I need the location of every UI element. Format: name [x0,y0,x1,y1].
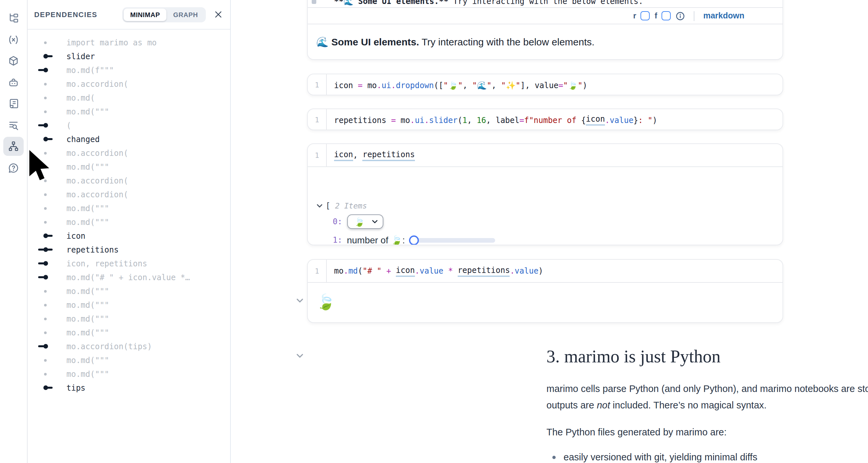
cell-md-heading[interactable]: 1 mo.md("# " + icon.value * repetitions.… [307,259,783,323]
mouse-cursor [25,149,59,185]
close-panel-button[interactable] [214,10,223,19]
tree-open-bracket: [ [326,200,331,211]
minimap-item-label: mo.accordion( [66,148,128,157]
minimap-item[interactable]: mo.md(""" [27,284,230,298]
sidebar-item-file-tree[interactable] [3,8,24,28]
format-toggle-label: f [655,11,657,21]
minimap-marker-def [39,132,53,146]
paragraph-1-italic: not [597,400,610,410]
minimap-item[interactable]: changed [27,132,230,146]
sidebar-item-ai-assistant[interactable] [3,73,24,92]
tab-minimap[interactable]: MINIMAP [124,8,167,21]
minimap-item-label: import marimo as mo [66,38,157,47]
sidebar-item-help[interactable] [3,158,24,178]
minimap-item-label: slider [66,52,95,61]
tab-graph[interactable]: GRAPH [167,8,205,21]
minimap-item-label: mo.md(""" [66,300,109,309]
minimap-item-label: mo.md(""" [66,204,109,213]
cell-collapse-chevron-icon[interactable] [296,297,304,305]
icon-dropdown-select[interactable]: 🍃 [347,214,383,229]
line-number: 1 [308,151,326,159]
code-editor-line[interactable]: mo.md("# " + icon.value * repetitions.va… [326,260,782,282]
activity-bar [0,0,28,463]
minimap-item[interactable]: mo.md(""" [27,104,230,118]
code-editor-line[interactable]: repetitions = mo.ui.slider(1, 16, label=… [326,109,782,130]
tree-items-count: 2 Items [335,201,367,210]
minimap-list: import marimo as moslidermo.md(f"""mo.ac… [27,30,230,395]
output-rest-text: Try interacting with the below elements. [419,36,595,47]
list-item: easily versioned with git, yielding mini… [552,449,757,463]
minimap-item[interactable]: slider [27,49,230,63]
minimap-item[interactable]: mo.md(f""" [27,63,230,77]
minimap-item-label: changed [66,134,100,144]
reactive-checkbox[interactable] [641,11,650,21]
package-icon [8,55,19,66]
section-collapse-chevron-icon[interactable] [296,352,304,360]
minimap-marker-use [39,339,53,353]
minimap-marker-dot [39,35,53,49]
minimap-marker-def [39,229,53,243]
minimap-item[interactable]: repetitions [27,243,230,256]
minimap-marker-use [39,63,53,77]
minimap-item[interactable]: mo.md(""" [27,201,230,215]
minimap-marker-dot [39,326,53,339]
minimap-item[interactable]: mo.md(""" [27,367,230,381]
minimap-marker-dot [39,187,53,201]
sidebar-item-scratchpad[interactable] [3,116,24,135]
repetitions-slider[interactable] [409,235,495,245]
code-editor-line[interactable]: icon = mo.ui.dropdown(["🍃", "🌊", "✨"], v… [326,74,782,95]
cell-icon-dropdown[interactable]: 1 icon = mo.ui.dropdown(["🍃", "🌊", "✨"],… [307,74,783,95]
sidebar-item-documentation[interactable] [3,94,24,113]
sidebar-item-variables[interactable] [3,30,24,49]
minimap-item-label: mo.md(""" [66,314,109,323]
format-checkbox[interactable] [662,11,671,21]
cell-icon-repetitions-tuple[interactable]: 1 icon, repetitions [ 2 Items 0: 🍃 [307,143,783,245]
minimap-item[interactable]: mo.md("# " + icon.value *… [27,270,230,284]
info-icon[interactable] [676,11,685,21]
minimap-item[interactable]: mo.md( [27,91,230,104]
minimap-marker-dot [39,367,53,381]
minimap-item[interactable]: icon, repetitions [27,256,230,270]
output-bold-text: 🌊 Some UI elements. [316,36,419,47]
minimap-item[interactable]: mo.accordion( [27,77,230,91]
minimap-item[interactable]: mo.accordion(tips) [27,339,230,353]
minimap-item-label: mo.md(""" [66,328,109,337]
sidebar-item-dependencies[interactable] [3,137,24,156]
dropdown-selected-value: 🍃 [354,217,365,226]
minimap-marker-dot [39,353,53,367]
minimap-item-label: icon [66,231,86,240]
minimap-marker-def [39,49,53,63]
minimap-item[interactable]: mo.accordion( [27,187,230,201]
minimap-item[interactable]: tips [27,381,230,395]
sidebar-item-packages[interactable] [3,51,24,70]
cell-repetitions-slider[interactable]: 1 repetitions = mo.ui.slider(1, 16, labe… [307,109,783,130]
tuple-output-tree: [ 2 Items 0: 🍃 1: number of 🍃: [308,166,782,245]
minimap-marker-dot [39,77,53,91]
slider-track[interactable] [414,238,495,242]
cell-markdown-ui-elements[interactable]: **🌊 Some UI elements.** Try interacting … [307,0,783,60]
minimap-item[interactable]: icon [27,229,230,243]
scroll-icon [8,98,19,109]
minimap-item[interactable]: mo.md(""" [27,215,230,229]
drag-handle[interactable] [312,0,316,4]
close-icon [214,10,223,19]
code-editor-line[interactable]: icon, repetitions [326,144,782,166]
tree-collapse-chevron-icon[interactable] [316,202,323,209]
language-indicator[interactable]: markdown [703,11,744,21]
minimap-marker-dot [39,284,53,298]
minimap-item[interactable]: mo.md(""" [27,298,230,312]
minimap-item[interactable]: ( [27,118,230,132]
minimap-item[interactable]: mo.md(""" [27,326,230,339]
minimap-item[interactable]: mo.md(""" [27,353,230,367]
source-rest-text: Try interacting with the below elements. [448,0,643,6]
slider-label: number of 🍃: [347,235,405,245]
minimap-item-label: ( [66,121,71,130]
markdown-cell-toolbar: r f markdown [308,7,782,24]
robot-icon [8,77,19,88]
dependencies-header: DEPENDENCIES MINIMAP GRAPH [27,0,230,30]
notebook-main: **🌊 Some UI elements.** Try interacting … [231,0,868,463]
minimap-item[interactable]: mo.md(""" [27,312,230,326]
minimap-item[interactable]: import marimo as mo [27,35,230,49]
slider-knob[interactable] [409,235,419,245]
tree-item-1: 1: number of 🍃: [333,233,495,245]
